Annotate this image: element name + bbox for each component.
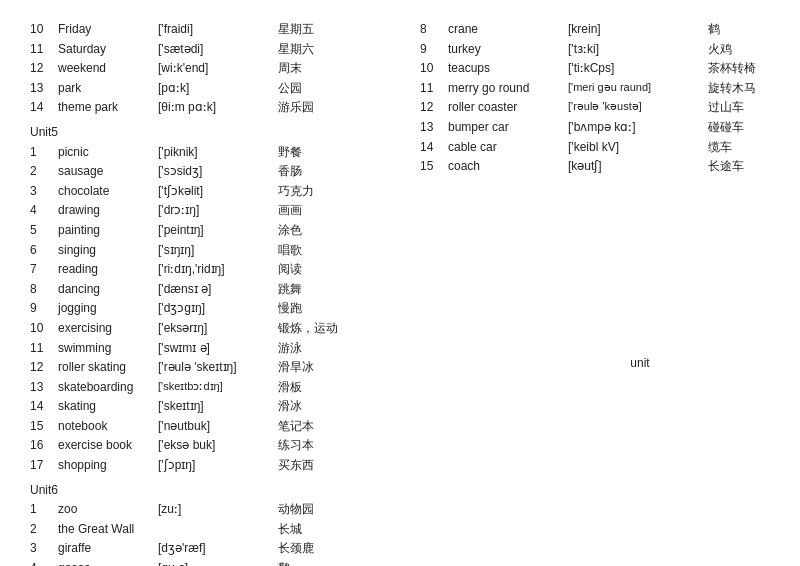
list-item: 14 skating ['skeɪtɪŋ] 滑冰	[30, 397, 420, 416]
list-item: 7 reading ['riːdɪŋ,'ridɪŋ] 阅读	[30, 260, 420, 279]
list-item: 17 shopping ['ʃɔpɪŋ] 买东西	[30, 456, 420, 475]
list-item: 15 notebook ['nəutbuk] 笔记本	[30, 417, 420, 436]
list-item: 15 coach [kəutʃ] 长途车	[420, 157, 800, 176]
list-item: 5 painting ['peintɪŋ] 涂色	[30, 221, 420, 240]
top-items-right: 8 crane [krein] 鹤 9 turkey ['tɜːki] 火鸡 1…	[420, 20, 800, 176]
right-column: 8 crane [krein] 鹤 9 turkey ['tɜːki] 火鸡 1…	[420, 20, 800, 566]
list-item: 4 drawing ['drɔːɪŋ] 画画	[30, 201, 420, 220]
list-item: 9 jogging ['dʒɔgɪŋ] 慢跑	[30, 299, 420, 318]
list-item: 1 zoo [zuː] 动物园	[30, 500, 420, 519]
list-item: 8 crane [krein] 鹤	[420, 20, 800, 39]
list-item: 10 exercising ['eksərɪŋ] 锻炼，运动	[30, 319, 420, 338]
list-item: 3 giraffe [dʒə'ræf] 长颈鹿	[30, 539, 420, 558]
unit6-items: 1 zoo [zuː] 动物园 2 the Great Wall 长城 3 gi…	[30, 500, 420, 566]
list-item: 12 roller coaster ['rəulə 'kəustə] 过山车	[420, 98, 800, 117]
list-item: 1 picnic ['piknik] 野餐	[30, 143, 420, 162]
list-item: 14 cable car ['keibl kV] 缆车	[420, 138, 800, 157]
unit-label-right: unit	[420, 356, 800, 370]
main-content: 10 Friday ['fraidi] 星期五 11 Saturday ['sæ…	[30, 20, 770, 566]
list-item: 9 turkey ['tɜːki] 火鸡	[420, 40, 800, 59]
list-item: 11 swimming ['swɪmɪ ə] 游泳	[30, 339, 420, 358]
list-item: 3 chocolate ['tʃɔkəlit] 巧克力	[30, 182, 420, 201]
list-item: 12 roller skating ['rəulə 'skeɪtɪŋ] 滑旱冰	[30, 358, 420, 377]
list-item: 13 bumper car ['bʌmpə kɑː] 碰碰车	[420, 118, 800, 137]
list-item: 16 exercise book ['eksə buk] 练习本	[30, 436, 420, 455]
list-item: 6 singing ['sɪŋɪŋ] 唱歌	[30, 241, 420, 260]
list-item: 11 Saturday ['sætədi] 星期六	[30, 40, 420, 59]
list-item: 14 theme park [θiːm pɑːk] 游乐园	[30, 98, 420, 117]
list-item: 2 sausage ['sɔsidʒ] 香肠	[30, 162, 420, 181]
list-item: 8 dancing ['dænsɪ ə] 跳舞	[30, 280, 420, 299]
list-item: 10 Friday ['fraidi] 星期五	[30, 20, 420, 39]
unit5-label: Unit5	[30, 123, 420, 142]
top-items-left: 10 Friday ['fraidi] 星期五 11 Saturday ['sæ…	[30, 20, 420, 117]
list-item: 2 the Great Wall 长城	[30, 520, 420, 539]
unit5-items: 1 picnic ['piknik] 野餐 2 sausage ['sɔsidʒ…	[30, 143, 420, 475]
list-item: 4 goose [guːs] 鹅	[30, 559, 420, 566]
unit6-label: Unit6	[30, 481, 420, 500]
list-item: 12 weekend [wiːk'end] 周末	[30, 59, 420, 78]
list-item: 13 skateboarding ['skeɪtbɔːdɪŋ] 滑板	[30, 378, 420, 397]
list-item: 11 merry go round ['meri gəu raund] 旋转木马	[420, 79, 800, 98]
list-item: 10 teacups ['tiːkCps] 茶杯转椅	[420, 59, 800, 78]
left-column: 10 Friday ['fraidi] 星期五 11 Saturday ['sæ…	[30, 20, 420, 566]
list-item: 13 park [pɑːk] 公园	[30, 79, 420, 98]
